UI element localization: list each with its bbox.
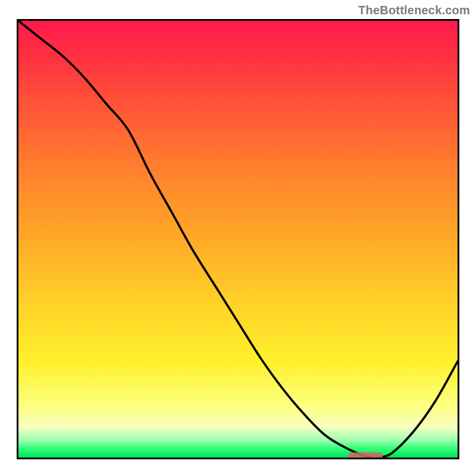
chart-stage: TheBottleneck.com: [0, 0, 476, 476]
watermark-text: TheBottleneck.com: [358, 4, 470, 17]
bottleneck-curve: [18, 21, 458, 458]
curve-layer: [18, 21, 458, 458]
plot-area: [17, 19, 459, 459]
minimum-marker: [348, 452, 383, 459]
